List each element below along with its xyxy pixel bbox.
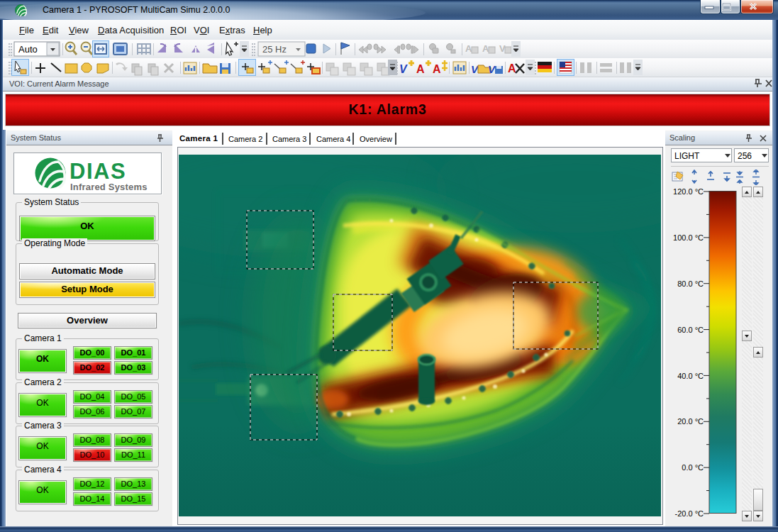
svg-text:Auto: Auto — [18, 44, 38, 55]
svg-text:V: V — [399, 63, 408, 75]
svg-text:25 Hz: 25 Hz — [262, 44, 287, 55]
svg-text:A: A — [508, 62, 516, 74]
svg-text:A: A — [416, 63, 425, 75]
svg-text:A: A — [433, 63, 441, 75]
